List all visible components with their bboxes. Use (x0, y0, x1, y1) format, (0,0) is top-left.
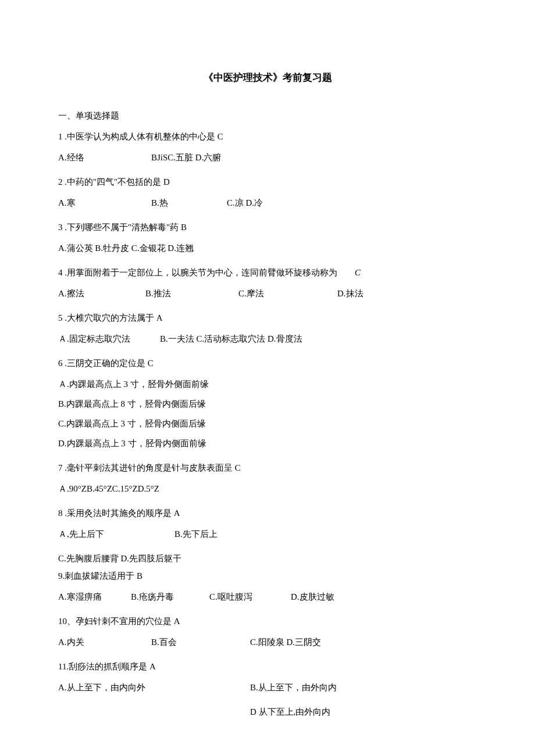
q4-options: A.擦法 B.推法 C.摩法 D.抹法 (58, 286, 477, 300)
q10-opt-b: B.百会 (151, 635, 250, 649)
question-9: 9.刺血拔罐法适用于 B (58, 569, 477, 583)
q4-opt-c: C.摩法 (238, 286, 337, 300)
q9-opt-c: C.呕吐腹泻 (209, 590, 291, 604)
q8-opt-b: B.先下后上 (174, 527, 217, 541)
q5-opt-rest: B.一夫法 C.活动标志取穴法 D.骨度法 (160, 332, 302, 346)
q2-options: A.寒 B.热 C.凉 D.冷 (58, 196, 477, 210)
q11-opt-d: D 从下至上,由外向内 (250, 705, 330, 719)
question-4: 4 .用掌面附着于一定部位上，以腕关节为中心，连同前臂做环旋移动称为 C (58, 266, 477, 280)
question-7: 7 .毫针平刺法其进针的角度是针与皮肤表面呈 C (58, 461, 477, 475)
q9-opt-b: B.疮疡丹毒 (131, 590, 209, 604)
q4-opt-b: B.推法 (145, 286, 238, 300)
q4-opt-d: D.抹法 (337, 286, 363, 300)
q1-opt-a: A.经络 (58, 151, 151, 164)
q4-opt-a: A.擦法 (58, 286, 145, 300)
question-11: 11.刮痧法的抓刮顺序是 A (58, 660, 477, 673)
q1-opt-rest: BJiSC.五脏 D.六腑 (151, 151, 221, 164)
q11-opt-b: B.从上至下，由外向内 (250, 680, 337, 694)
q9-options: A.寒湿痹痛 B.疮疡丹毒 C.呕吐腹泻 D.皮肤过敏 (58, 590, 477, 604)
question-6: 6 .三阴交正确的定位是 C (58, 356, 477, 370)
q2-opt-cd: C.凉 D.冷 (227, 196, 263, 210)
question-5: 5 .大椎穴取穴的方法属于 A (58, 311, 477, 325)
question-2: 2 .中药的"四气"不包括的是 D (58, 175, 477, 189)
q8-options-row1: Ａ,先上后下 B.先下后上 (58, 527, 477, 541)
q7-options: Ａ.90°ZB.45°ZC.15°ZD.5°Z (58, 482, 477, 496)
q11-opt-c-blank (58, 705, 250, 719)
q8-options-row2: C.先胸腹后腰背 D.先四肢后躯干 (58, 551, 477, 565)
q11-options-row1: A.从上至下，由内向外 B.从上至下，由外向内 (58, 680, 477, 694)
q9-opt-d: D.皮肤过敏 (291, 590, 334, 604)
q5-options: Ａ.固定标志取穴法 B.一夫法 C.活动标志取穴法 D.骨度法 (58, 332, 477, 346)
q4-text: 4 .用掌面附着于一定部位上，以腕关节为中心，连同前臂做环旋移动称为 (58, 266, 337, 280)
q2-opt-b: B.热 (151, 196, 227, 210)
q10-options: A.内关 B.百会 C.阳陵泉 D.三阴交 (58, 635, 477, 649)
q6-options: Ａ.内踝最高点上 3 寸，胫骨外侧面前缘 B.内踝最高点上 8 寸，胫骨内侧面后… (58, 377, 477, 450)
q6-opt-b: B.内踝最高点上 8 寸，胫骨内侧面后缘 (58, 397, 477, 411)
q6-opt-a: Ａ.内踝最高点上 3 寸，胫骨外侧面前缘 (58, 377, 477, 391)
page-title: 《中医护理技术》考前复习题 (58, 70, 477, 85)
q5-opt-a: Ａ.固定标志取穴法 (58, 332, 160, 346)
q2-opt-a: A.寒 (58, 196, 151, 210)
q11-options-row2: D 从下至上,由外向内 (58, 705, 477, 719)
question-10: 10、孕妇针刺不宜用的穴位是 A (58, 614, 477, 628)
q1-options: A.经络 BJiSC.五脏 D.六腑 (58, 151, 477, 164)
q3-options: A.蒲公英 B.牡丹皮 C.金银花 D.连翘 (58, 241, 477, 255)
section-header: 一、单项选择题 (58, 109, 477, 123)
q4-answer: C (355, 266, 361, 280)
question-1: 1 .中医学认为构成人体有机整体的中心是 C (58, 130, 477, 144)
q6-opt-c: C.内踝最高点上 3 寸，胫骨内侧面后缘 (58, 417, 477, 431)
question-3: 3 .下列哪些不属于"清热解毒"药 B (58, 220, 477, 234)
q10-opt-cd: C.阳陵泉 D.三阴交 (250, 635, 321, 649)
q10-opt-a: A.内关 (58, 635, 151, 649)
q9-opt-a: A.寒湿痹痛 (58, 590, 131, 604)
q8-opt-a: Ａ,先上后下 (58, 527, 174, 541)
q11-opt-a: A.从上至下，由内向外 (58, 680, 250, 694)
q6-opt-d: D.内踝最高点上 3 寸，胫骨内侧面前缘 (58, 436, 477, 450)
question-8: 8 .采用灸法时其施灸的顺序是 A (58, 506, 477, 520)
